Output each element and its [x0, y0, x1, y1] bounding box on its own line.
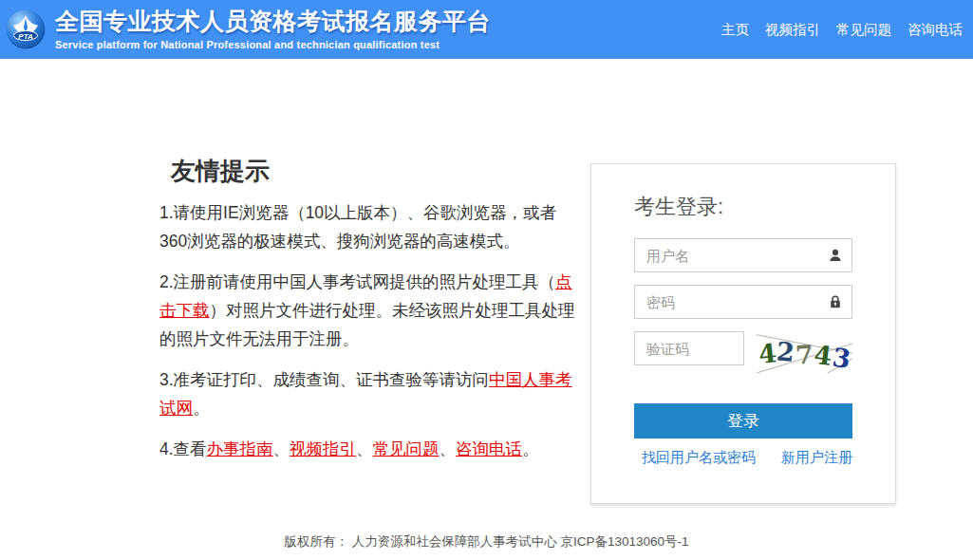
- separator: 、: [273, 439, 290, 458]
- footer: 版权所有： 人力资源和社会保障部人事考试中心 京ICP备13013060号-1: [0, 533, 973, 551]
- site-title: 全国专业技术人员资格考试报名服务平台: [55, 9, 491, 35]
- tip-photo-post: ）对照片文件进行处理。未经该照片处理工具处理的照片文件无法用于注册。: [159, 301, 575, 348]
- nav-faq[interactable]: 常见问题: [836, 21, 891, 39]
- tips-heading: 友情提示: [171, 157, 575, 186]
- nav-video-guide[interactable]: 视频指引: [765, 21, 820, 39]
- tip-resources-pre: 4.查看: [159, 439, 207, 458]
- tip-resources: 4.查看办事指南、视频指引、常见问题、咨询电话。: [159, 435, 575, 463]
- lock-icon: [828, 294, 843, 309]
- tip-photo-tool: 2.注册前请使用中国人事考试网提供的照片处理工具（点击下载）对照片文件进行处理。…: [159, 268, 575, 353]
- consult-phone-link[interactable]: 咨询电话: [456, 439, 522, 458]
- header-title-block: 全国专业技术人员资格考试报名服务平台 Service platform for …: [55, 9, 491, 50]
- service-guide-link[interactable]: 办事指南: [207, 439, 273, 458]
- username-input[interactable]: [634, 238, 852, 272]
- password-field: [634, 285, 852, 319]
- captcha-digit: 7: [795, 339, 814, 369]
- tips-section: 友情提示 1.请使用IE浏览器（10以上版本）、谷歌浏览器，或者360浏览器的极…: [159, 157, 575, 463]
- pta-logo-icon: PTA: [5, 9, 47, 50]
- forgot-credentials-link[interactable]: 找回用户名或密码: [642, 449, 756, 467]
- login-links: 找回用户名或密码 新用户注册: [642, 449, 852, 467]
- username-field: [634, 238, 852, 272]
- password-input[interactable]: [634, 285, 852, 319]
- user-icon: [828, 248, 843, 263]
- captcha-digit: 3: [830, 342, 851, 373]
- site-subtitle: Service platform for National Profession…: [55, 39, 491, 50]
- register-link[interactable]: 新用户注册: [781, 449, 852, 467]
- video-guide-link[interactable]: 视频指引: [290, 439, 356, 458]
- login-panel: 考生登录: 4 2 7: [590, 163, 896, 504]
- tip-browser-text: 1.请使用IE浏览器（10以上版本）、谷歌浏览器，或者360浏览器的极速模式、搜…: [159, 203, 556, 251]
- nav-home[interactable]: 主页: [721, 21, 749, 39]
- tip-cpta-site: 3.准考证打印、成绩查询、证书查验等请访问中国人事考试网。: [159, 365, 575, 422]
- nav-consult-phone[interactable]: 咨询电话: [908, 21, 963, 39]
- tip-photo-pre: 2.注册前请使用中国人事考试网提供的照片处理工具（: [159, 272, 555, 291]
- login-button[interactable]: 登录: [634, 403, 852, 439]
- captcha-image[interactable]: 4 2 7 4 3: [757, 331, 852, 373]
- separator: 、: [440, 439, 457, 458]
- tip-cpta-pre: 3.准考证打印、成绩查询、证书查验等请访问: [159, 370, 489, 389]
- copyright-text: 版权所有： 人力资源和社会保障部人事考试中心 京ICP备13013060号-1: [284, 534, 688, 549]
- separator: 、: [356, 439, 373, 458]
- tip-browser: 1.请使用IE浏览器（10以上版本）、谷歌浏览器，或者360浏览器的极速模式、搜…: [159, 198, 575, 255]
- captcha-input[interactable]: [634, 331, 744, 365]
- logo-pta-text: PTA: [18, 32, 33, 41]
- tip-cpta-post: 。: [193, 399, 210, 418]
- header: PTA 全国专业技术人员资格考试报名服务平台 Service platform …: [0, 0, 973, 59]
- login-heading: 考生登录:: [634, 193, 852, 221]
- top-nav: 主页 视频指引 常见问题 咨询电话: [721, 21, 963, 39]
- captcha-digit: 4: [757, 338, 777, 369]
- page: PTA 全国专业技术人员资格考试报名服务平台 Service platform …: [0, 0, 973, 560]
- captcha-digit: 2: [776, 336, 795, 367]
- captcha-row: 4 2 7 4 3: [634, 331, 852, 373]
- faq-link[interactable]: 常见问题: [373, 439, 440, 458]
- period: 。: [522, 439, 539, 458]
